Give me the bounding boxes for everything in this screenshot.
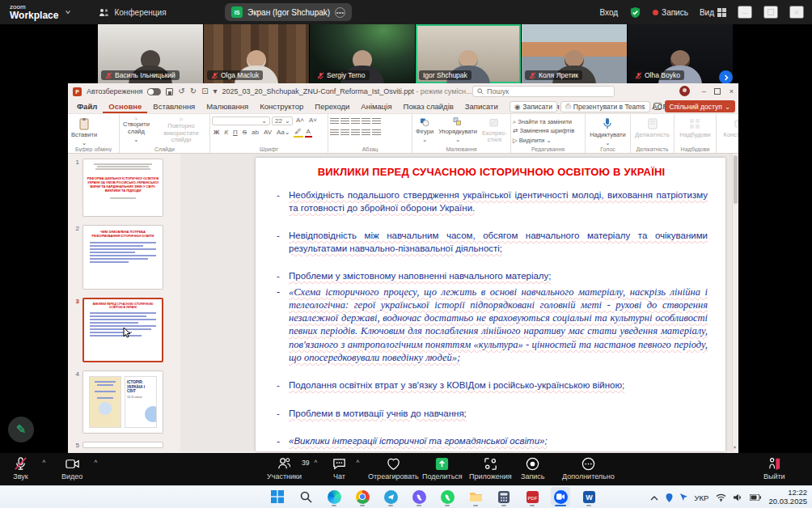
- new-slide-button[interactable]: Створити слайд⌄: [121, 116, 151, 144]
- thumbnail-5[interactable]: 5: [71, 442, 174, 449]
- line-spacing-icon[interactable]: [372, 118, 381, 125]
- quick-styles-button[interactable]: Експрес-стилі: [480, 116, 509, 144]
- restore-button[interactable]: [763, 6, 778, 19]
- slide-scrollbar[interactable]: ▾: [732, 154, 738, 451]
- present-icon[interactable]: ⊡: [201, 87, 208, 95]
- redo-icon[interactable]: ↻: [190, 87, 197, 95]
- thumbnail-1[interactable]: 1 РЕФОРМА ШКІЛЬНОЇ ІСТОРИЧНОЇ ОСВІТИ В У…: [71, 159, 174, 217]
- start-button[interactable]: [268, 487, 287, 506]
- participant-tile[interactable]: Olga Macluk: [204, 24, 309, 83]
- tab-file[interactable]: Файл: [71, 100, 103, 113]
- signin-button[interactable]: Вход: [599, 8, 618, 17]
- align-center-icon[interactable]: [340, 129, 349, 137]
- arrange-button[interactable]: Упорядкувати⌄: [437, 116, 479, 144]
- taskbar-chrome-icon[interactable]: [353, 487, 372, 506]
- underline-button[interactable]: П: [231, 129, 239, 137]
- annotation-pencil-button[interactable]: ✎: [8, 417, 34, 442]
- indent-increase-icon[interactable]: [362, 118, 370, 125]
- video-options-chevron-icon[interactable]: ˄: [94, 458, 98, 465]
- ppt-close-button[interactable]: ×: [730, 83, 734, 99]
- taskbar-clock[interactable]: 12:22 20.03.2025: [768, 489, 807, 506]
- replace-fonts-button[interactable]: ⇄ Замінення шрифтів: [513, 126, 583, 135]
- participant-tile[interactable]: Коля Яретик: [522, 24, 627, 83]
- audio-button[interactable]: Звук: [13, 456, 28, 480]
- audio-options-chevron-icon[interactable]: ˄: [42, 458, 46, 465]
- columns-icon[interactable]: [372, 129, 381, 137]
- location-pin-icon[interactable]: [666, 493, 673, 502]
- tab-conference[interactable]: Конференция: [99, 8, 166, 17]
- find-replace-button[interactable]: ⌕ Знайти та замінити: [513, 117, 583, 126]
- indent-decrease-icon[interactable]: [351, 118, 360, 125]
- security-shield-icon[interactable]: [629, 6, 641, 19]
- tray-expand-chevron-icon[interactable]: [650, 495, 658, 501]
- battery-icon[interactable]: [750, 494, 761, 501]
- video-button[interactable]: Видео: [61, 456, 82, 480]
- paste-button[interactable]: Вставити⌄: [70, 116, 99, 148]
- tab-draw[interactable]: Малювання: [201, 100, 254, 113]
- account-avatar[interactable]: [679, 86, 690, 96]
- thumbnail-3-selected[interactable]: 3 ВИКЛИКИ ПЕРЕД СУЧАСНОЮ ІСТОРИЧНОЮ ОСВІ…: [71, 298, 174, 362]
- scrollbar-thumb[interactable]: [734, 155, 738, 204]
- ppt-search-box[interactable]: [472, 86, 615, 97]
- volume-icon[interactable]: [734, 493, 742, 502]
- tab-options-icon[interactable]: •••: [335, 7, 345, 18]
- participant-tile[interactable]: Василь Ільницький: [98, 24, 203, 83]
- tab-design[interactable]: Конструктор: [254, 100, 309, 113]
- addins-button[interactable]: Надбудови: [678, 116, 712, 139]
- taskbar-calculator-icon[interactable]: [494, 487, 514, 506]
- text-shadow-button[interactable]: ab: [250, 129, 260, 137]
- thumbnail-4[interactable]: 4 ІСТОРІЯ: УКРАЇНА І СВІТ: [71, 370, 174, 434]
- participant-tile[interactable]: Olha Boyko: [628, 24, 733, 83]
- comments-icon[interactable]: [653, 103, 662, 110]
- language-indicator[interactable]: УКР: [695, 493, 709, 502]
- highlight-color-button[interactable]: 🖉: [294, 128, 303, 138]
- reactions-button[interactable]: Отреагировать: [368, 456, 419, 480]
- record-button[interactable]: ◉Записати: [510, 101, 557, 112]
- chat-button[interactable]: Чат: [332, 456, 347, 480]
- chevron-down-icon[interactable]: [65, 9, 71, 15]
- char-spacing-button[interactable]: AV: [262, 129, 273, 137]
- align-left-icon[interactable]: [330, 129, 339, 137]
- participants-button[interactable]: Участники 39: [267, 456, 302, 480]
- next-participants-button[interactable]: [719, 70, 733, 84]
- view-button[interactable]: Вид: [700, 8, 726, 17]
- align-right-icon[interactable]: [351, 129, 360, 137]
- record-button-toolbar[interactable]: Запись: [521, 456, 545, 480]
- tab-insert[interactable]: Вставлення: [147, 100, 201, 113]
- ppt-minimize-button[interactable]: –: [702, 83, 706, 99]
- taskbar-zoom-icon[interactable]: [551, 487, 570, 506]
- justify-icon[interactable]: [362, 129, 370, 137]
- italic-button[interactable]: К: [222, 129, 230, 137]
- grow-font-button[interactable]: A˄: [294, 116, 306, 125]
- font-size-select[interactable]: 22⌄: [272, 116, 293, 125]
- taskbar-telegram-icon[interactable]: [381, 487, 400, 506]
- taskbar-whatsapp-icon[interactable]: [438, 487, 457, 506]
- change-case-button[interactable]: Aa⌄: [275, 129, 292, 137]
- recording-indicator[interactable]: Запись: [653, 8, 688, 17]
- numbered-list-icon[interactable]: [340, 118, 349, 125]
- shrink-font-button[interactable]: A˅: [307, 116, 319, 125]
- minimize-button[interactable]: –: [738, 6, 752, 19]
- more-button[interactable]: Дополнительно: [562, 456, 615, 480]
- close-button[interactable]: ×: [789, 6, 804, 19]
- taskbar-viber-icon[interactable]: [409, 487, 429, 506]
- undo-icon[interactable]: ↺: [178, 87, 184, 95]
- tab-home[interactable]: Основне: [103, 100, 147, 113]
- designer-button[interactable]: Конструктор: [722, 116, 738, 139]
- taskbar-search-button[interactable]: [296, 487, 315, 506]
- dictate-button[interactable]: Надиктувати⌄: [588, 116, 627, 148]
- reuse-slides-button[interactable]: Повторно використати слайди: [154, 116, 208, 144]
- tab-shared-screen[interactable]: IS Экран (Igor Shchupak) •••: [225, 3, 352, 21]
- participants-options-chevron-icon[interactable]: ˄: [314, 458, 318, 465]
- share-button[interactable]: Спільний доступ⌄: [665, 100, 735, 112]
- thumbnail-2[interactable]: 2 ЧИМ ЗУМОВЛЕНА ПОТРЕБА РЕФОРМУВАННЯ ІСТ…: [71, 225, 174, 290]
- wifi-icon[interactable]: [716, 493, 726, 502]
- sensitivity-button[interactable]: Делікатність: [633, 116, 671, 139]
- font-name-select[interactable]: ⌄: [212, 116, 270, 125]
- taskbar-file-explorer-icon[interactable]: [466, 487, 485, 506]
- taskbar-pdf-icon[interactable]: PDF: [522, 487, 542, 506]
- participant-tile-active-speaker[interactable]: Igor Shchupak: [416, 24, 521, 83]
- taskbar-word-icon[interactable]: W: [579, 487, 598, 506]
- search-input[interactable]: [487, 87, 592, 95]
- apps-button[interactable]: Приложения: [469, 456, 512, 480]
